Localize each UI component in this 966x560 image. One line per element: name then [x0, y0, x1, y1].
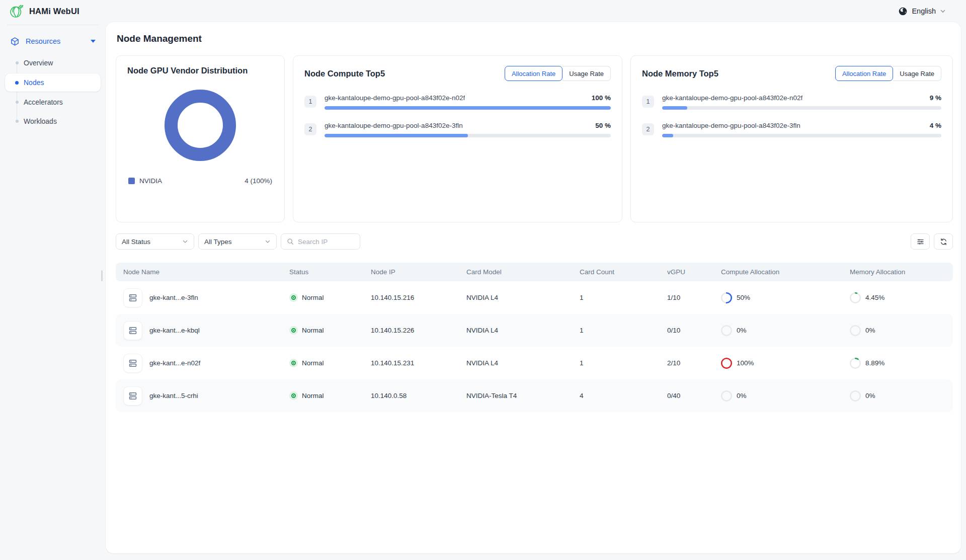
sidebar-section-label: Resources	[26, 37, 60, 45]
sidebar-item-label: Overview	[24, 59, 53, 67]
scrollbar-handle[interactable]	[101, 270, 103, 281]
top5-node-name: gke-kantaloupe-demo-gpu-pool-a843f02e-3f…	[325, 122, 463, 129]
usage-rate-tab[interactable]: Usage Rate	[893, 66, 941, 81]
vgpu: 2/10	[660, 359, 713, 367]
compute-ring-icon	[721, 325, 732, 336]
language-label: English	[912, 7, 936, 15]
progress-bar-fill	[662, 106, 687, 110]
status-normal-icon	[289, 326, 298, 335]
sidebar-item-accelerators[interactable]: Accelerators	[5, 94, 101, 111]
chevron-down-icon	[265, 238, 271, 245]
globe-icon	[898, 7, 908, 16]
memory-allocation-cell: 0%	[842, 390, 953, 402]
memory-allocation-cell: 0%	[842, 325, 953, 336]
sidebar: Resources Overview Nodes Accelerators Wo…	[0, 22, 106, 560]
sidebar-section-resources[interactable]: Resources	[5, 31, 101, 51]
rank-badge: 2	[642, 123, 654, 135]
compute-top5-card: Node Compute Top5 Allocation Rate Usage …	[293, 55, 622, 222]
stat-cards-row: Node GPU Vendor Distribution NVIDIA 4 (1…	[116, 55, 953, 222]
node-name: gke-kant...e-kbql	[149, 327, 200, 334]
refresh-button[interactable]	[934, 233, 953, 250]
allocation-rate-tab[interactable]: Allocation Rate	[835, 66, 893, 81]
sidebar-subnav: Overview Nodes Accelerators Workloads	[5, 54, 101, 130]
col-vgpu: vGPU	[660, 268, 713, 276]
col-card-model: Card Model	[459, 268, 572, 276]
search-placeholder: Search IP	[298, 238, 328, 246]
compute-ring-icon	[721, 292, 732, 303]
type-filter-value: All Types	[204, 238, 232, 246]
legend-value: 4 (100%)	[245, 177, 272, 185]
progress-bar	[325, 134, 611, 137]
top5-item: 1 gke-kantaloupe-demo-gpu-pool-a843f02e-…	[642, 94, 941, 110]
vendor-donut-chart	[127, 88, 273, 163]
search-ip-input[interactable]: Search IP	[281, 233, 360, 250]
memory-ring-icon	[850, 358, 861, 369]
top5-node-name: gke-kantaloupe-demo-gpu-pool-a843f02e-n0…	[325, 94, 465, 102]
node-ip: 10.140.15.226	[363, 327, 459, 334]
compute-allocation-value: 0%	[737, 327, 747, 334]
status-filter-select[interactable]: All Status	[116, 233, 194, 250]
status-normal-icon	[289, 391, 298, 400]
node-icon	[123, 354, 142, 373]
status-normal-icon	[289, 293, 298, 302]
status-normal-icon	[289, 359, 298, 367]
nav-dot-icon	[16, 61, 19, 64]
column-settings-button[interactable]	[911, 233, 930, 250]
top5-value: 4 %	[930, 122, 941, 129]
vgpu: 1/10	[660, 294, 713, 301]
table-row[interactable]: gke-kant...e-n02f Normal 10.140.15.231 N…	[116, 347, 953, 379]
table-row[interactable]: gke-kant...5-crhi Normal 10.140.0.58 NVI…	[116, 379, 953, 412]
card-count: 1	[572, 294, 660, 301]
node-name: gke-kant...e-n02f	[149, 359, 200, 367]
cube-icon	[10, 37, 20, 46]
sidebar-item-label: Workloads	[24, 117, 57, 125]
donut-chart-icon	[163, 88, 238, 163]
nav-dot-icon	[15, 81, 19, 85]
language-selector[interactable]: English	[898, 7, 946, 16]
memory-top5-card: Node Memory Top5 Allocation Rate Usage R…	[630, 55, 953, 222]
compute-rate-toggle: Allocation Rate Usage Rate	[505, 66, 611, 81]
card-model: NVIDIA L4	[459, 359, 572, 367]
col-compute-allocation: Compute Allocation	[713, 268, 842, 276]
hami-melon-logo-icon	[9, 4, 24, 19]
rank-badge: 2	[304, 123, 316, 135]
top5-value: 50 %	[595, 122, 611, 129]
memory-allocation-value: 0%	[865, 327, 875, 334]
top5-item: 2 gke-kantaloupe-demo-gpu-pool-a843f02e-…	[642, 122, 941, 137]
compute-allocation-value: 0%	[737, 392, 747, 399]
rank-badge: 1	[304, 96, 316, 108]
memory-allocation-value: 8.89%	[865, 359, 884, 367]
top5-value: 100 %	[592, 94, 611, 102]
memory-ring-icon	[850, 292, 861, 303]
topbar: HAMi WebUI English	[0, 0, 966, 22]
memory-ring-icon	[850, 325, 861, 336]
progress-bar-fill	[325, 106, 611, 110]
compute-allocation-cell: 50%	[713, 292, 842, 303]
memory-top5-list: 1 gke-kantaloupe-demo-gpu-pool-a843f02e-…	[642, 94, 941, 137]
sidebar-item-workloads[interactable]: Workloads	[5, 113, 101, 130]
legend-swatch-icon	[128, 178, 135, 184]
status-text: Normal	[302, 294, 324, 301]
col-memory-allocation: Memory Allocation	[842, 268, 953, 276]
sidebar-item-overview[interactable]: Overview	[5, 54, 101, 71]
table-row[interactable]: gke-kant...e-kbql Normal 10.140.15.226 N…	[116, 314, 953, 347]
status-text: Normal	[302, 359, 324, 367]
chevron-down-icon	[182, 238, 188, 245]
node-name: gke-kant...e-3fln	[149, 294, 198, 301]
node-icon	[123, 288, 142, 307]
allocation-rate-tab[interactable]: Allocation Rate	[505, 66, 562, 81]
top5-node-name: gke-kantaloupe-demo-gpu-pool-a843f02e-3f…	[662, 122, 800, 129]
col-card-count: Card Count	[572, 268, 660, 276]
card-count: 1	[572, 359, 660, 367]
memory-rate-toggle: Allocation Rate Usage Rate	[835, 66, 941, 81]
compute-allocation-cell: 0%	[713, 390, 842, 402]
sidebar-item-nodes[interactable]: Nodes	[5, 73, 101, 92]
table-row[interactable]: gke-kant...e-3fln Normal 10.140.15.216 N…	[116, 281, 953, 314]
usage-rate-tab[interactable]: Usage Rate	[562, 66, 611, 81]
vendor-card-title: Node GPU Vendor Distribution	[127, 66, 273, 75]
memory-ring-icon	[850, 390, 861, 402]
type-filter-select[interactable]: All Types	[198, 233, 277, 250]
vgpu: 0/40	[660, 392, 713, 399]
sidebar-item-label: Nodes	[24, 78, 44, 87]
chevron-down-icon	[940, 8, 946, 14]
